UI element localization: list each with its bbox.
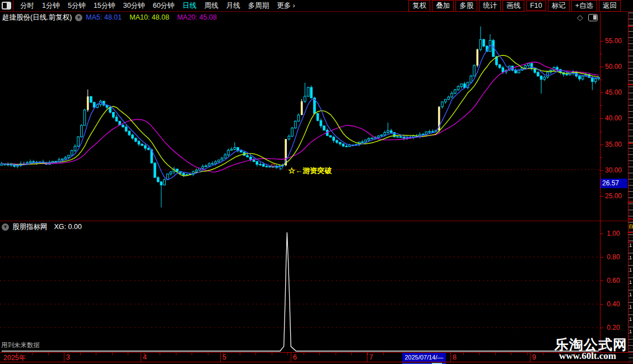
candle-body — [387, 130, 389, 132]
candle-body — [93, 102, 95, 108]
axis-tick — [600, 328, 603, 328]
month-separator — [530, 353, 530, 362]
candle-body — [240, 151, 243, 152]
week-tick — [32, 353, 32, 355]
axis-tick — [600, 92, 603, 93]
toolbar-button-+自选[interactable]: +自选 — [571, 0, 597, 12]
week-tick — [287, 353, 288, 355]
period-tab-多周期[interactable]: 多周期 — [244, 1, 273, 11]
price-axis-label: 30.00 — [601, 166, 626, 174]
candle-body — [164, 180, 166, 185]
ma-line-MA5 — [2, 45, 599, 180]
week-tick — [16, 353, 17, 355]
candle-body — [115, 117, 118, 121]
candle-body — [390, 130, 392, 132]
period-tab-日线[interactable]: 日线 — [179, 1, 201, 11]
week-tick — [48, 353, 49, 355]
month-label: 3 — [66, 353, 70, 361]
axis-minor-tick — [600, 157, 602, 158]
period-tab-30分钟[interactable]: 30分钟 — [119, 1, 149, 11]
period-tab-更多 ›[interactable]: 更多 › — [273, 1, 299, 11]
candle-body — [83, 110, 86, 125]
toolbar-button-叠加[interactable]: 叠加 — [432, 0, 454, 12]
period-tab-月线[interactable]: 月线 — [222, 1, 244, 11]
week-tick — [96, 353, 96, 355]
candle-body — [543, 77, 546, 80]
chevron-down-icon[interactable]: ▼ — [75, 14, 82, 21]
candle-body — [454, 90, 456, 93]
toolbar-button-返回[interactable]: 返回 — [599, 0, 621, 12]
period-tab-60分钟[interactable]: 60分钟 — [149, 1, 179, 11]
candle-body — [581, 76, 584, 79]
candle-body — [419, 134, 421, 136]
candle-body — [269, 166, 271, 167]
candle-body — [540, 76, 542, 80]
candle-body — [380, 135, 383, 136]
candle-body — [441, 102, 444, 107]
toolbar-button-画线[interactable]: 画线 — [502, 0, 524, 12]
candle-body — [128, 131, 131, 135]
toolbar-button-复权[interactable]: 复权 — [408, 0, 430, 12]
month-label: 9 — [532, 353, 536, 361]
period-tab-1分钟[interactable]: 1分钟 — [38, 1, 64, 11]
candle-body — [32, 162, 35, 162]
axis-minor-tick — [600, 54, 602, 54]
candle-body — [262, 165, 264, 166]
candle-body — [176, 169, 179, 171]
candle-body — [29, 162, 31, 163]
candle-body — [336, 141, 338, 142]
strip-separator — [629, 84, 633, 85]
future-data-warning: 用到未来数据 — [1, 341, 40, 349]
period-tab-分时[interactable]: 分时 — [16, 1, 38, 11]
candle-body — [291, 128, 294, 137]
candle-body — [26, 163, 29, 164]
candle-body — [246, 156, 249, 157]
candle-body — [202, 166, 204, 168]
candle-body — [145, 146, 147, 148]
month-separator — [450, 353, 451, 362]
axis-tick — [600, 196, 603, 197]
period-tab-周线[interactable]: 周线 — [201, 1, 222, 11]
candle-body — [425, 132, 427, 134]
ma-label: MA10: 48.08 — [129, 13, 169, 21]
period-tab-15分钟[interactable]: 15分钟 — [90, 1, 119, 11]
indicator-axis-label: 0.60 — [601, 277, 626, 284]
toolbar-button-标记[interactable]: 标记 — [548, 0, 570, 12]
candle-body — [90, 96, 92, 102]
diamond-icon[interactable]: ◇ — [577, 13, 583, 21]
chevron-down-icon[interactable]: ▼ — [2, 223, 9, 231]
candle-body — [157, 178, 159, 182]
toolbar-button-多股[interactable]: 多股 — [455, 0, 477, 12]
candle-body — [483, 40, 485, 46]
split-window-icon[interactable] — [588, 14, 598, 21]
candle-body — [288, 136, 290, 139]
week-tick — [336, 353, 336, 355]
candle-body — [361, 142, 364, 142]
candle-body — [250, 157, 252, 159]
candle-body — [294, 121, 296, 128]
indicator-chart[interactable] — [0, 232, 600, 352]
week-tick — [160, 353, 160, 355]
toolbar-button-F10[interactable]: F10 — [526, 1, 546, 11]
candle-body — [556, 67, 558, 69]
strip-separator — [629, 202, 633, 203]
indicator-value: XG: 0.00 — [54, 223, 82, 231]
layout-panel-icon[interactable] — [2, 2, 11, 10]
axis-minor-tick — [600, 80, 602, 80]
candle-body — [71, 151, 73, 155]
candle-body — [457, 86, 459, 90]
main-candlestick-chart[interactable]: ++☆←游资突破 — [0, 22, 600, 220]
candle-body — [230, 150, 232, 151]
ma-line-MA20 — [2, 62, 599, 172]
candle-body — [594, 79, 597, 82]
action-nav: 复权叠加多股统计画线F10标记+自选返回 — [407, 0, 621, 12]
axis-tick — [600, 118, 603, 119]
candle-body — [476, 49, 478, 66]
year-label: 2025年 — [3, 353, 26, 363]
axis-minor-tick — [600, 105, 602, 106]
price-axis-label: 25.00 — [601, 192, 626, 200]
toolbar-button-统计[interactable]: 统计 — [479, 0, 501, 12]
candle-body — [320, 120, 322, 126]
period-tab-5分钟[interactable]: 5分钟 — [64, 1, 90, 11]
candle-body — [301, 101, 303, 115]
